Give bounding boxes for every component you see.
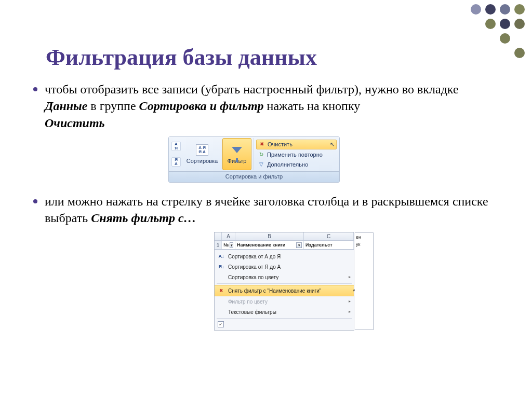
bullet-1: чтобы отобразить все записи (убрать наст…	[33, 81, 501, 131]
bullet-2: или можно нажать на стрелку в ячейке заг…	[33, 193, 501, 227]
bullet1-bold-3: Очистить	[45, 116, 105, 130]
bullet1-bold-1: Данные	[45, 99, 87, 113]
reapply-icon: ↻	[258, 151, 265, 158]
ribbon-sort-filter-group: АЯ ЯА А ЯЯ А Сортировка Фильтр ✖ Очистит…	[168, 136, 340, 183]
sort-mini-buttons: АЯ ЯА	[170, 138, 182, 170]
sort-color-icon	[218, 273, 225, 281]
col-header-row	[215, 232, 222, 241]
clear-filter-button[interactable]: ✖ Очистить ↖	[256, 140, 337, 149]
funnel-icon	[231, 144, 243, 156]
slide-title: Фильтрация базы данных	[0, 0, 532, 76]
cursor-icon: ↖	[330, 141, 335, 148]
menu-separator	[217, 283, 352, 284]
filter-dropdown-menu: А↓ Сортировка от А до Я Я↓ Сортировка от…	[215, 250, 354, 330]
bullet-marker	[33, 199, 37, 203]
clear-filter-label: Очистить	[268, 141, 292, 148]
menu-sort-az[interactable]: А↓ Сортировка от А до Я	[215, 251, 354, 262]
menu-clear-filter[interactable]: ✖ Снять фильтр с "Наименование книги" ↖	[215, 285, 354, 296]
filter-dropdown-a[interactable]: ▾	[230, 242, 233, 248]
col-header-b: B	[235, 232, 304, 241]
decorative-dots	[471, 4, 527, 75]
sort-desc-mini[interactable]: ЯА	[171, 157, 181, 167]
bullet1-bold-2: Сортировка и фильтр	[139, 99, 264, 113]
advanced-label: Дополнительно	[267, 161, 308, 169]
col-header-c: C	[304, 232, 354, 241]
menu-check-item[interactable]: ✓	[215, 320, 354, 329]
sort-asc-mini[interactable]: АЯ	[171, 142, 181, 151]
menu-sort-za[interactable]: Я↓ Сортировка от Я до А	[215, 262, 354, 272]
advanced-icon: ▽	[258, 161, 265, 168]
header-cell-publisher: Издательст	[304, 241, 354, 249]
chevron-right-icon: ▸	[349, 309, 351, 315]
filter-color-icon	[218, 298, 225, 305]
reapply-button[interactable]: ↻ Применить повторно	[256, 150, 337, 159]
sheet-side-fragment: ен ук	[355, 232, 374, 331]
clear-icon: ✖	[258, 141, 265, 148]
bullet1-text-3: нажать на кнопку	[264, 99, 361, 113]
chevron-right-icon: ▸	[349, 299, 351, 305]
filter-button[interactable]: Фильтр	[222, 138, 251, 170]
menu-sort-color[interactable]: Сортировка по цвету ▸	[215, 272, 354, 282]
header-cell-name: Наименование книги ▾	[235, 241, 304, 249]
menu-separator	[217, 318, 352, 319]
spreadsheet-fragment: A B C 1 № ▾ Наименование книги ▾ Издател…	[215, 232, 354, 331]
header-cell-no: № ▾	[222, 241, 235, 249]
bullet1-text-2: в группе	[87, 99, 139, 113]
sort-button[interactable]: А ЯЯ А Сортировка	[184, 138, 220, 170]
chevron-right-icon: ▸	[349, 275, 351, 280]
col-header-a: A	[222, 232, 235, 241]
bullet1-text-1: чтобы отобразить все записи (убрать наст…	[45, 83, 459, 96]
filter-dropdown-b[interactable]: ▾	[296, 242, 302, 248]
sort-button-label: Сортировка	[187, 157, 218, 165]
advanced-button[interactable]: ▽ Дополнительно	[256, 160, 337, 169]
sort-az-icon: А↓	[218, 253, 225, 260]
text-filters-icon	[218, 308, 225, 315]
menu-filter-color: Фильтр по цвету ▸	[215, 296, 354, 307]
clear-filter-icon: ✖	[218, 287, 225, 294]
menu-text-filters[interactable]: Текстовые фильтры ▸	[215, 307, 354, 317]
bullet-marker	[33, 87, 37, 91]
checkbox-icon[interactable]: ✓	[218, 321, 224, 327]
sort-za-icon: Я↓	[218, 263, 225, 270]
bullet2-bold-1: Снять фильтр с…	[91, 211, 196, 225]
reapply-label: Применить повторно	[267, 151, 323, 159]
ribbon-group-caption: Сортировка и фильтр	[169, 171, 339, 182]
row-header-1: 1	[215, 241, 222, 249]
